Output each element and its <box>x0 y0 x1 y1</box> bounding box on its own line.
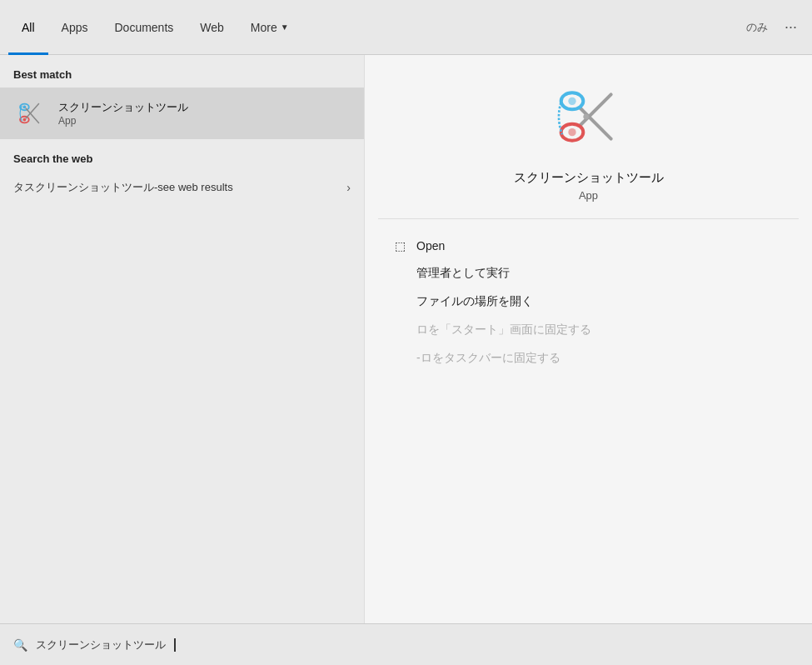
action-pin-taskbar-label: -ロをタスクバーに固定する <box>416 351 560 366</box>
search-icon: 🔍 <box>13 638 27 652</box>
scissors-large-icon <box>555 83 622 150</box>
app-title-large: スクリーンショットツール <box>514 168 664 186</box>
right-panel: スクリーンショットツール App ⬚ Open 管理者として実行 ファイルの場所… <box>364 55 812 623</box>
action-open[interactable]: ⬚ Open <box>391 232 785 259</box>
app-name-small: スクリーンショットツール <box>58 100 188 115</box>
best-match-item[interactable]: スクリーンショットツール App <box>0 88 364 139</box>
open-icon: ⬚ <box>391 239 408 252</box>
app-icon-large <box>547 75 630 158</box>
top-navigation: All Apps Documents Web More ▼ のみ ··· <box>0 0 812 55</box>
text-cursor <box>174 638 176 652</box>
action-pin-start-label: ロを「スタート」画面に固定する <box>416 322 591 338</box>
filter-text[interactable]: のみ <box>746 20 768 35</box>
svg-line-7 <box>580 108 611 139</box>
chevron-down-icon: ▼ <box>281 22 289 32</box>
svg-line-6 <box>580 94 611 125</box>
action-pin-start: ロを「スタート」画面に固定する <box>391 316 785 344</box>
bottom-search-text: スクリーンショットツール <box>36 638 166 652</box>
nav-right-area: のみ ··· <box>746 15 804 39</box>
options-dots-icon[interactable]: ··· <box>778 15 804 39</box>
action-run-as-admin[interactable]: 管理者として実行 <box>391 259 785 288</box>
svg-point-12 <box>568 98 575 105</box>
action-location-label: ファイルの場所を開く <box>416 294 533 309</box>
svg-point-2 <box>23 118 27 122</box>
tab-apps[interactable]: Apps <box>48 0 102 55</box>
app-small-icon <box>13 96 48 131</box>
divider <box>378 218 799 219</box>
tab-all[interactable]: All <box>8 0 48 55</box>
tab-documents[interactable]: Documents <box>101 0 187 55</box>
action-admin-label: 管理者として実行 <box>416 266 510 281</box>
scissors-small-icon <box>15 98 47 129</box>
tab-web[interactable]: Web <box>187 0 237 55</box>
action-list: ⬚ Open 管理者として実行 ファイルの場所を開く ロを「スタート」画面に固定… <box>378 232 799 372</box>
tab-more[interactable]: More ▼ <box>237 0 302 55</box>
left-panel: Best match スクリーンショットツール App <box>0 55 364 623</box>
bottom-search-bar[interactable]: 🔍 スクリーンショットツール <box>0 623 812 665</box>
svg-point-10 <box>583 114 589 120</box>
action-pin-taskbar: -ロをタスクバーに固定する <box>391 344 785 372</box>
action-open-label: Open <box>416 239 445 252</box>
action-open-location[interactable]: ファイルの場所を開く <box>391 288 785 316</box>
search-web-title: Search the web <box>13 152 351 165</box>
svg-point-3 <box>23 106 27 109</box>
best-match-title: Best match <box>0 68 364 88</box>
arrow-right-icon: › <box>346 181 351 194</box>
main-layout: Best match スクリーンショットツール App <box>0 55 812 623</box>
web-result-text: タスクリーンショットツール-see web results <box>13 180 233 195</box>
search-web-section: Search the web タスクリーンショットツール-see web res… <box>0 152 364 203</box>
app-type-small: App <box>58 115 188 127</box>
svg-point-11 <box>568 128 575 136</box>
app-text-container: スクリーンショットツール App <box>58 100 188 127</box>
app-type-large: App <box>579 189 598 202</box>
web-result-item[interactable]: タスクリーンショットツール-see web results › <box>13 172 351 203</box>
